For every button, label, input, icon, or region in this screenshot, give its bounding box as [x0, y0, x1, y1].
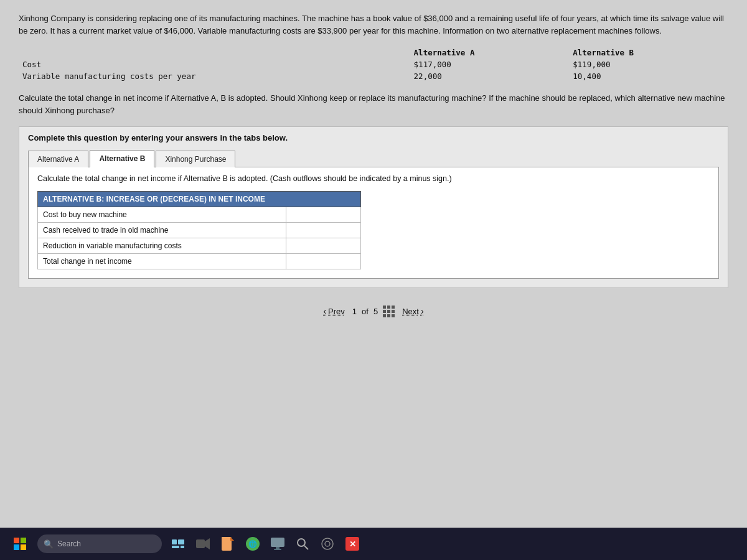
task-view-svg [172, 539, 184, 548]
svg-rect-10 [276, 547, 280, 549]
video-svg [196, 538, 210, 549]
row-reduction-var-label: Reduction in variable manufacturing cost… [38, 238, 286, 253]
table-row: Reduction in variable manufacturing cost… [38, 238, 361, 253]
next-arrow-icon: › [421, 306, 424, 316]
svg-rect-0 [172, 539, 177, 544]
svg-marker-7 [230, 537, 234, 541]
tab-alternative-a[interactable]: Alternative A [28, 151, 88, 167]
svg-rect-1 [178, 539, 184, 544]
row-cost-alt-a: $117,000 [410, 58, 570, 70]
row-cost-new-machine-input-cell[interactable] [286, 207, 361, 222]
file-svg [222, 537, 234, 551]
earth-icon[interactable]: 🌐 [244, 535, 261, 553]
col-header-alt-a: Alternative A [410, 47, 570, 58]
prev-arrow-icon: ‹ [323, 306, 326, 316]
row-total-change-label: Total change in net income [38, 253, 286, 269]
svg-rect-4 [196, 539, 205, 548]
table-row: Total change in net income [38, 253, 361, 269]
svg-rect-8 [222, 537, 230, 541]
total-change-input[interactable] [291, 257, 355, 266]
row-reduction-var-input-cell[interactable] [286, 238, 361, 253]
row-cost-alt-b: $119,000 [569, 58, 728, 70]
col-header-empty [19, 47, 410, 58]
svg-point-12 [298, 539, 305, 546]
question-box: Complete this question by entering your … [19, 126, 728, 288]
red-x-icon: ✕ [345, 537, 359, 551]
table-row: Cash received to trade in old machine [38, 222, 361, 238]
row-cost-new-machine-label: Cost to buy new machine [38, 207, 286, 222]
monitor-svg [271, 538, 284, 550]
tab-instruction: Calculate the total change in net income… [37, 174, 710, 185]
row-cash-trade-label: Cash received to trade in old machine [38, 222, 286, 238]
cost-new-machine-input[interactable] [291, 210, 355, 219]
row-var-cost-alt-a: 22,000 [410, 70, 570, 82]
prev-label: Prev [328, 307, 345, 316]
intro-paragraph: Xinhong Company is considering replacing… [19, 12, 728, 37]
accessibility-svg [321, 538, 334, 550]
svg-rect-2 [172, 546, 179, 548]
page-info: 1 of 5 [352, 306, 395, 317]
reduction-var-input[interactable] [291, 241, 355, 250]
accessibility-icon[interactable] [319, 535, 336, 553]
monitor-icon[interactable] [269, 535, 286, 553]
windows-start-button[interactable] [10, 534, 30, 554]
tab-alternative-b[interactable]: Alternative B [90, 150, 154, 167]
video-icon[interactable] [194, 535, 212, 553]
row-var-cost-alt-b: 10,400 [569, 70, 728, 82]
grid-icon [383, 306, 395, 317]
table-row: Cost to buy new machine [38, 207, 361, 222]
of-label: of [362, 307, 369, 316]
prev-button[interactable]: ‹ Prev [323, 306, 344, 316]
search-taskbar-icon[interactable] [294, 535, 311, 553]
windows-logo-icon [14, 538, 26, 550]
taskbar: 🔍 Search 🌐 [0, 528, 747, 560]
main-content: Xinhong Company is considering replacing… [0, 0, 747, 528]
svg-point-15 [325, 541, 330, 546]
cash-trade-input[interactable] [291, 226, 355, 235]
file-icon[interactable] [219, 535, 237, 553]
question-text: Calculate the total change in net income… [19, 92, 728, 116]
row-cost-label: Cost [19, 58, 410, 70]
tab-content: Calculate the total change in net income… [28, 167, 719, 279]
row-cash-trade-input-cell[interactable] [286, 222, 361, 238]
taskbar-search-bar[interactable]: 🔍 Search [37, 534, 162, 553]
alt-b-table: ALTERNATIVE B: INCREASE OR (DECREASE) IN… [37, 191, 361, 269]
svg-point-14 [322, 538, 333, 549]
pagination-row: ‹ Prev 1 of 5 Next › [19, 306, 728, 317]
question-box-title: Complete this question by entering your … [28, 133, 719, 142]
taskbar-search-placeholder: Search [57, 539, 81, 548]
row-total-change-input-cell[interactable] [286, 253, 361, 269]
comparison-table: Alternative A Alternative B Cost $117,00… [19, 47, 728, 82]
earth-circle-icon: 🌐 [246, 537, 260, 551]
svg-line-13 [304, 546, 308, 549]
tab-xinhong-purchase[interactable]: Xinhong Purchase [156, 151, 235, 167]
search-icon: 🔍 [44, 539, 54, 549]
alt-b-table-header: ALTERNATIVE B: INCREASE OR (DECREASE) IN… [38, 191, 361, 207]
svg-rect-9 [271, 538, 284, 547]
taskview-icon[interactable] [169, 535, 187, 553]
total-pages: 5 [374, 307, 378, 316]
tabs-row: Alternative A Alternative B Xinhong Purc… [28, 150, 719, 167]
svg-marker-5 [205, 538, 210, 549]
svg-rect-11 [274, 549, 281, 550]
magnify-svg [296, 538, 309, 550]
col-header-alt-b: Alternative B [569, 47, 728, 58]
current-page: 1 [352, 307, 357, 316]
next-button[interactable]: Next › [402, 306, 423, 316]
row-var-cost-label: Variable manufacturing costs per year [19, 70, 410, 82]
red-x-button[interactable]: ✕ [344, 535, 361, 553]
next-label: Next [402, 307, 419, 316]
svg-rect-3 [181, 546, 184, 548]
